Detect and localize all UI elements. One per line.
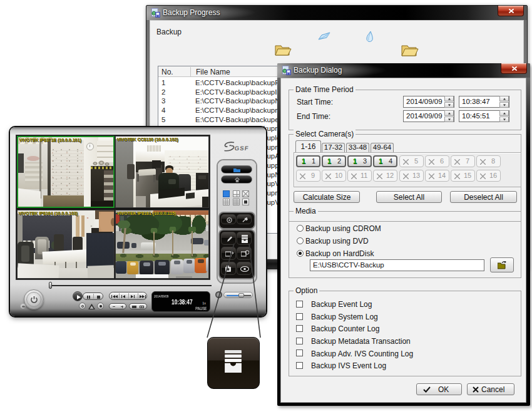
svg-text:GSF: GSF xyxy=(234,145,249,152)
